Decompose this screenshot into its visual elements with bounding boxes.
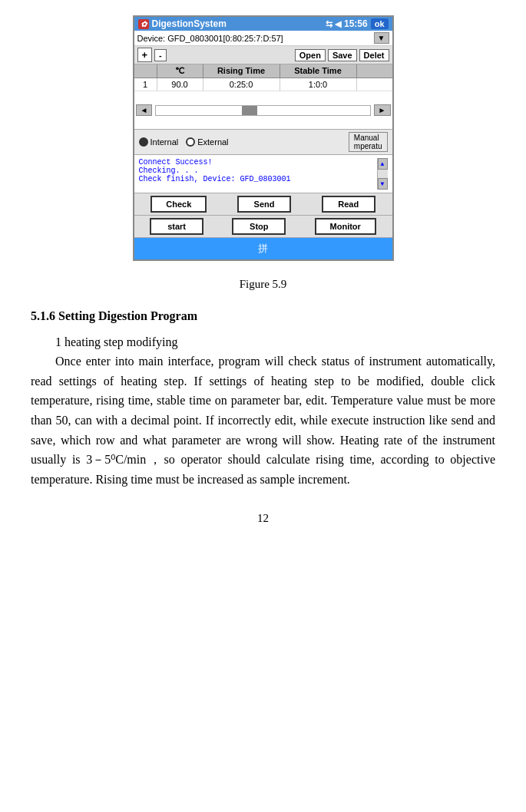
title-icons: ⇆ ◀ xyxy=(326,19,341,29)
col-header-num xyxy=(134,64,157,78)
start-button[interactable]: start xyxy=(150,218,203,235)
scroll-thumb xyxy=(242,106,257,115)
save-button[interactable]: Save xyxy=(328,49,357,61)
internal-option[interactable]: Internal xyxy=(139,137,179,147)
device-label: Device: GFD_0803001[0:80:25:7:D:57] xyxy=(137,34,374,43)
figure-caption: Figure 5.9 xyxy=(240,278,287,291)
toolbar-row: + - Open Save Delet xyxy=(134,46,392,64)
cell-stable[interactable]: 1:0:0 xyxy=(280,78,357,91)
time-display: 15:56 xyxy=(344,18,368,29)
text-section: 5.1.6 Setting Digestion Program 1 heatin… xyxy=(31,306,495,489)
monitor-button[interactable]: Monitor xyxy=(315,218,376,235)
page-number: 12 xyxy=(31,512,495,525)
radio-row: Internal External Manualmperatu xyxy=(134,130,392,155)
device-screenshot: ✿ DigestionSystem ⇆ ◀ 15:56 ok Device: G… xyxy=(133,15,394,261)
scroll-right-button[interactable]: ► xyxy=(374,104,391,116)
input-bar: 拼 xyxy=(134,238,392,259)
log-scroll-up[interactable]: ▲ xyxy=(378,158,388,170)
cell-num: 1 xyxy=(134,78,157,91)
log-text: Connect Success! Checking. . . Check fin… xyxy=(139,158,377,190)
read-button[interactable]: Read xyxy=(322,196,375,213)
button-row-1: Check Send Read xyxy=(134,193,392,216)
scroll-area: ◄ ► xyxy=(134,91,392,130)
minus-button[interactable]: - xyxy=(154,49,167,61)
external-option[interactable]: External xyxy=(186,137,228,147)
title-bar-right: ⇆ ◀ 15:56 ok xyxy=(326,18,389,29)
title-bar: ✿ DigestionSystem ⇆ ◀ 15:56 ok xyxy=(134,17,392,31)
log-scrollbar: ▲ ▼ xyxy=(377,158,388,190)
plus-button[interactable]: + xyxy=(137,48,153,62)
section-heading: 5.1.6 Setting Digestion Program xyxy=(31,306,495,326)
internal-radio-filled xyxy=(139,137,148,147)
log-scroll-down[interactable]: ▼ xyxy=(378,178,388,190)
log-area: Connect Success! Checking. . . Check fin… xyxy=(134,155,392,193)
send-button[interactable]: Send xyxy=(237,196,291,213)
device-dropdown[interactable]: ▼ xyxy=(374,32,389,44)
stop-button[interactable]: Stop xyxy=(232,218,286,235)
paragraph-2: Once enter into main interface, program … xyxy=(31,352,495,489)
log-line-2: Checking. . . xyxy=(139,167,377,175)
app-logo: ✿ xyxy=(138,19,149,29)
device-row: Device: GFD_0803001[0:80:25:7:D:57] ▼ xyxy=(134,31,392,46)
table-header: ℃ Rising Time Stable Time xyxy=(134,64,392,78)
scroll-left-button[interactable]: ◄ xyxy=(136,104,153,116)
title-bar-left: ✿ DigestionSystem xyxy=(138,18,227,29)
log-line-1: Connect Success! xyxy=(139,158,377,167)
external-radio-empty xyxy=(186,137,195,147)
button-row-2: start Stop Monitor xyxy=(134,216,392,238)
open-button[interactable]: Open xyxy=(295,49,326,61)
log-line-3: Check finish, Device: GFD_0803001 xyxy=(139,175,377,183)
table-row-1: 1 90.0 0:25:0 1:0:0 xyxy=(134,78,392,91)
input-bar-text: 拼 xyxy=(258,242,268,256)
col-header-temp: ℃ xyxy=(157,64,203,78)
manual-button[interactable]: Manualmperatu xyxy=(349,132,388,152)
paragraph-1: 1 heating step modifying xyxy=(31,332,495,352)
app-name: DigestionSystem xyxy=(152,18,227,29)
scroll-track[interactable] xyxy=(155,105,370,116)
scroll-inner: ◄ ► xyxy=(134,91,392,129)
check-button[interactable]: Check xyxy=(151,196,207,213)
cell-rising[interactable]: 0:25:0 xyxy=(203,78,280,91)
delete-button[interactable]: Delet xyxy=(359,49,389,61)
external-label: External xyxy=(197,137,228,147)
col-header-rising: Rising Time xyxy=(203,64,280,78)
internal-label: Internal xyxy=(151,137,179,147)
cell-temp[interactable]: 90.0 xyxy=(157,78,203,91)
col-header-stable: Stable Time xyxy=(280,64,357,78)
ok-button[interactable]: ok xyxy=(371,18,389,29)
